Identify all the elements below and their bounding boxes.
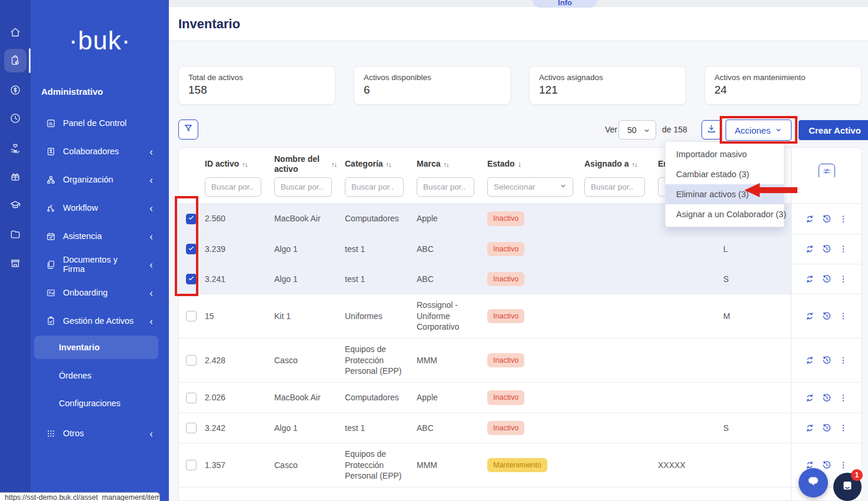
filter-input-id[interactable] (205, 177, 261, 197)
filter-cell-estado: Seleccionar (486, 177, 583, 203)
history-icon[interactable] (822, 460, 832, 470)
more-options-icon[interactable] (838, 393, 849, 403)
sidebar-item-workflow[interactable]: Workflow (31, 194, 169, 222)
chat-launcher-button[interactable] (799, 468, 828, 497)
history-icon[interactable] (822, 214, 832, 224)
clipboard-clock-icon[interactable] (9, 55, 21, 67)
row-checkbox-checked[interactable] (186, 214, 197, 224)
history-icon[interactable] (822, 244, 832, 254)
storefront-icon[interactable] (9, 257, 21, 269)
sidebar-item-organizaci-n[interactable]: Organización (31, 165, 169, 194)
menu-item-importador-masivo[interactable]: Importador masivo (666, 144, 784, 164)
sidebar-item-inventario[interactable]: Inventario (34, 336, 158, 359)
gift-icon[interactable] (9, 171, 21, 183)
notification-badge: 1 (851, 469, 863, 481)
history-icon[interactable] (822, 274, 832, 284)
stat-value: 6 (364, 84, 501, 97)
cell-brand: Apple (415, 383, 486, 413)
cell-name: Algo 1 (273, 264, 344, 294)
history-icon[interactable] (822, 393, 832, 403)
table-row[interactable]: 3.234Algo 1test 1ABCMantenimientoM (179, 487, 862, 501)
sidebar-item-gesti-n-de-activos[interactable]: Gestión de Activos (31, 307, 169, 335)
column-header-marca[interactable]: Marca↑↓ (415, 148, 486, 180)
refresh-status-icon[interactable] (804, 355, 815, 366)
menu-item-asignar-a-un-colaborador-3-[interactable]: Asignar a un Colaborador (3) (666, 204, 784, 224)
filter-input-nombre[interactable] (274, 177, 332, 197)
clock-icon[interactable] (9, 112, 21, 124)
refresh-status-icon[interactable] (804, 393, 815, 403)
more-options-icon[interactable] (838, 423, 849, 433)
refresh-status-icon[interactable] (804, 274, 815, 284)
column-header-categor-a[interactable]: Categoría↑↓ (344, 148, 415, 180)
table-row[interactable]: 2.026MacBook AirComputadoresAppleInactiv… (179, 382, 862, 413)
row-checkbox-checked[interactable] (186, 274, 197, 284)
filter-button[interactable] (178, 120, 198, 140)
row-checkbox[interactable] (186, 393, 197, 403)
table-row[interactable]: 3.239Algo 1test 1ABCInactivoL (179, 234, 862, 264)
home-icon[interactable] (9, 26, 21, 38)
history-icon[interactable] (822, 423, 832, 433)
refresh-status-icon[interactable] (804, 244, 815, 254)
column-header-asignado-a[interactable]: Asignado a↑↓ (583, 148, 657, 180)
filter-select-estado[interactable]: Seleccionar (487, 177, 573, 197)
filter-input-asignado[interactable] (584, 177, 645, 197)
crear-activo-button[interactable]: Crear Activo (799, 120, 868, 140)
dollar-icon[interactable] (9, 84, 21, 96)
download-button[interactable] (701, 120, 721, 140)
sidebar-item-onboarding[interactable]: Onboarding (31, 278, 169, 307)
more-options-icon[interactable] (838, 355, 849, 366)
row-checkbox[interactable] (186, 311, 197, 321)
cell-status: Mantenimiento (486, 443, 583, 487)
graduation-cap-icon[interactable] (9, 199, 21, 211)
row-checkbox-checked[interactable] (186, 244, 197, 254)
column-header-id-activo[interactable]: ID activo↑↓ (204, 148, 273, 180)
status-badge: Inactivo (487, 353, 524, 368)
filter-input-categoria[interactable] (345, 177, 404, 197)
table-row[interactable]: 15Kit 1UniformesRossignol - Uniforme Cor… (179, 294, 862, 338)
history-icon[interactable] (822, 311, 832, 321)
sidebar-item-colaboradores[interactable]: Colaboradores (31, 137, 169, 165)
sidebar-item-label: Asistencia (63, 231, 102, 241)
menu-item-cambiar-estado-3-[interactable]: Cambiar estado (3) (666, 164, 784, 184)
column-header-nombre-del-activo[interactable]: Nombre del activo↑↓ (273, 148, 344, 180)
row-checkbox[interactable] (186, 423, 197, 433)
folder-icon[interactable] (9, 228, 21, 240)
filter-spacer (179, 177, 204, 203)
sidebar-item-ordenes[interactable]: Órdenes (31, 361, 169, 390)
stat-value: 24 (714, 84, 852, 97)
row-checkbox[interactable] (186, 355, 197, 366)
row-actions (791, 383, 862, 413)
cell-id: 2.026 (204, 383, 273, 413)
sidebar-item-asistencia[interactable]: Asistencia (31, 222, 169, 250)
refresh-status-icon[interactable] (804, 214, 815, 224)
page-size-select[interactable]: 50 (618, 120, 656, 140)
refresh-status-icon[interactable] (804, 423, 815, 433)
sidebar-section-label: Administrativo (41, 87, 103, 97)
table-row[interactable]: 3.241Algo 1test 1ABCInactivoS (179, 264, 862, 294)
sidebar-item-panel-de-control[interactable]: Panel de Control (31, 109, 169, 137)
history-icon[interactable] (822, 355, 832, 366)
more-options-icon[interactable] (838, 460, 849, 470)
actions-filter-spacer (791, 177, 862, 203)
sort-icon: ↑↓ (331, 161, 337, 168)
cell-asignado (583, 339, 657, 382)
more-options-icon[interactable] (838, 214, 849, 224)
sidebar-item-otros[interactable]: Otros (31, 419, 169, 447)
filter-input-marca[interactable] (417, 177, 474, 197)
refresh-status-icon[interactable] (804, 311, 815, 321)
acciones-button[interactable]: Acciones (726, 120, 791, 141)
menu-item-eliminar-activos-3-[interactable]: Eliminar activos (3) (666, 184, 784, 204)
row-checkbox[interactable] (186, 460, 197, 470)
table-row[interactable]: 3.242Algo 1test 1ABCInactivoS (179, 413, 862, 443)
sidebar-item-configuraciones[interactable]: Configuraciones (31, 389, 169, 417)
table-row[interactable]: 2.428CascoEquipos de Protección Personal… (179, 338, 862, 382)
column-header-estado[interactable]: Estado↓ (486, 148, 583, 180)
more-options-icon[interactable] (838, 311, 849, 321)
cell-asignado (583, 204, 657, 234)
sidebar-item-documentos-y-firma[interactable]: Documentos y Firma (31, 250, 169, 278)
more-options-icon[interactable] (838, 274, 849, 284)
hand-heart-icon[interactable] (9, 142, 21, 154)
cell-status: Inactivo (486, 339, 583, 382)
more-options-icon[interactable] (838, 244, 849, 254)
table-row[interactable]: 1.357CascoEquipos de Protección Personal… (179, 443, 862, 487)
